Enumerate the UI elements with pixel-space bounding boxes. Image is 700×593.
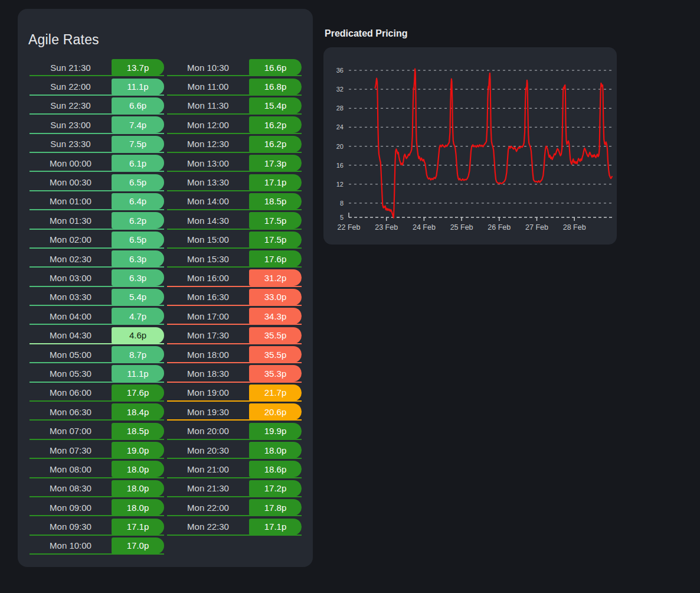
y-axis-label-32: 32 xyxy=(336,86,344,93)
rate-time-label: Mon 11:00 xyxy=(167,82,249,92)
rate-row: Mon 18:0035.5p xyxy=(167,345,302,364)
rate-time-label: Mon 08:00 xyxy=(30,464,112,474)
rate-price-pill: 4.6p xyxy=(112,327,164,344)
rate-time-label: Mon 03:30 xyxy=(30,292,112,302)
rate-time-label: Mon 15:00 xyxy=(167,234,249,245)
rate-row: Mon 05:3011.1p xyxy=(30,364,164,383)
rate-price-pill: 7.5p xyxy=(112,136,164,152)
rate-row: Mon 20:0019.9p xyxy=(167,421,302,440)
rate-time-label: Sun 23:00 xyxy=(30,120,112,130)
rate-row: Mon 00:006.1p xyxy=(30,154,164,172)
rate-time-label: Sun 23:30 xyxy=(30,139,112,149)
rate-time-label: Sun 22:30 xyxy=(30,100,112,110)
rate-price-pill: 11.1p xyxy=(112,79,164,95)
rate-price-pill: 17.1p xyxy=(249,174,302,191)
rate-time-label: Mon 03:00 xyxy=(30,273,112,283)
rate-price-pill: 17.6p xyxy=(112,385,164,401)
x-axis-label-25 Feb: 25 Feb xyxy=(450,223,473,232)
rate-row: Mon 13:0017.3p xyxy=(167,154,302,172)
rate-price-pill: 6.5p xyxy=(112,232,164,248)
rate-row: Mon 20:3018.0p xyxy=(167,441,302,460)
rate-price-pill: 17.5p xyxy=(249,232,302,248)
rate-row: Mon 09:0018.0p xyxy=(30,498,164,517)
rate-time-label: Mon 10:30 xyxy=(167,63,249,73)
rate-time-label: Mon 05:00 xyxy=(30,350,112,360)
rate-time-label: Mon 00:00 xyxy=(30,158,112,168)
rate-time-label: Mon 22:30 xyxy=(167,522,249,532)
rate-time-label: Sun 22:00 xyxy=(30,82,112,92)
rate-row: Mon 11:3015.4p xyxy=(167,96,302,115)
rate-row: Mon 16:3033.0p xyxy=(167,288,302,307)
rate-time-label: Mon 04:30 xyxy=(30,330,112,340)
rate-row: Mon 08:3018.0p xyxy=(30,479,164,498)
rate-row: Mon 19:3020.6p xyxy=(167,402,302,421)
rate-time-label: Mon 14:00 xyxy=(167,196,249,206)
rate-row: Mon 13:3017.1p xyxy=(167,172,302,191)
rate-price-pill: 18.5p xyxy=(112,423,164,439)
rate-price-pill: 18.6p xyxy=(249,461,302,477)
rate-time-label: Mon 06:00 xyxy=(30,387,112,397)
rate-price-pill: 18.0p xyxy=(112,461,164,477)
rate-price-pill: 17.3p xyxy=(249,155,302,171)
rate-time-label: Mon 07:00 xyxy=(30,426,112,436)
rate-price-pill: 7.4p xyxy=(112,116,164,133)
rate-time-label: Mon 10:00 xyxy=(30,540,112,550)
y-axis-label-20: 20 xyxy=(336,143,344,150)
rate-time-label: Sun 21:30 xyxy=(30,63,112,73)
rate-time-label: Mon 08:30 xyxy=(30,483,112,493)
rate-price-pill: 31.2p xyxy=(249,269,302,286)
agile-rates-panel: Agile Rates Sun 21:3013.7pSun 22:0011.1p… xyxy=(18,9,313,567)
rate-time-label: Mon 13:30 xyxy=(167,177,249,187)
rate-row: Mon 04:304.6p xyxy=(30,325,164,344)
rate-time-label: Mon 02:00 xyxy=(30,234,112,245)
rate-price-pill: 16.8p xyxy=(249,79,302,95)
x-axis-label-23 Feb: 23 Feb xyxy=(375,223,398,232)
rate-price-pill: 6.3p xyxy=(112,250,164,267)
rate-time-label: Mon 12:30 xyxy=(167,139,249,149)
rate-time-label: Mon 04:00 xyxy=(30,311,112,321)
rate-time-label: Mon 02:30 xyxy=(30,254,112,264)
rate-row: Mon 07:0018.5p xyxy=(30,421,164,440)
predicated-pricing-panel: 581216202428323622 Feb23 Feb24 Feb25 Feb… xyxy=(323,47,617,245)
rate-time-label: Mon 17:00 xyxy=(167,311,249,321)
rate-row: Mon 15:3017.6p xyxy=(167,249,302,268)
rate-price-pill: 5.4p xyxy=(112,289,164,305)
rate-row: Mon 14:3017.5p xyxy=(167,211,302,230)
rate-row: Mon 03:006.3p xyxy=(30,268,164,287)
rate-price-pill: 4.7p xyxy=(112,308,164,324)
rate-time-label: Mon 17:30 xyxy=(167,330,249,340)
rate-price-pill: 15.4p xyxy=(249,97,302,114)
rate-price-pill: 18.5p xyxy=(249,193,302,210)
rate-row: Mon 10:0017.0p xyxy=(30,536,164,555)
energy-dashboard: Agile Rates Sun 21:3013.7pSun 22:0011.1p… xyxy=(0,0,700,593)
rate-row: Mon 02:006.5p xyxy=(30,230,164,249)
rate-time-label: Mon 09:00 xyxy=(30,503,112,513)
rate-row: Sun 22:0011.1p xyxy=(30,77,164,96)
rate-price-pill: 17.6p xyxy=(249,250,302,267)
rate-row: Sun 23:307.5p xyxy=(30,135,164,154)
rate-time-label: Mon 20:30 xyxy=(167,445,249,455)
y-axis-label-8: 8 xyxy=(340,200,344,207)
rate-row: Mon 10:3016.6p xyxy=(167,58,302,77)
rate-row: Mon 00:306.5p xyxy=(30,172,164,191)
rate-time-label: Mon 21:00 xyxy=(167,464,249,474)
rate-price-pill: 18.4p xyxy=(112,403,164,420)
y-axis-label-24: 24 xyxy=(336,123,344,131)
rate-price-pill: 17.5p xyxy=(249,212,302,229)
rate-row: Mon 05:008.7p xyxy=(30,345,164,364)
rate-price-pill: 17.0p xyxy=(112,537,164,554)
rate-time-label: Mon 19:00 xyxy=(167,387,249,397)
rate-time-label: Mon 16:30 xyxy=(167,292,249,302)
rate-price-pill: 11.1p xyxy=(112,365,164,382)
rate-price-pill: 16.2p xyxy=(249,136,302,152)
rate-row: Mon 07:3019.0p xyxy=(30,441,164,460)
rate-price-pill: 20.6p xyxy=(249,403,302,420)
rate-row: Sun 21:3013.7p xyxy=(30,58,164,77)
rate-price-pill: 35.5p xyxy=(249,327,302,344)
rate-row: Mon 15:0017.5p xyxy=(167,230,302,249)
rate-row: Mon 01:006.4p xyxy=(30,192,164,211)
rate-row: Mon 12:0016.2p xyxy=(167,115,302,134)
rate-time-label: Mon 21:30 xyxy=(167,483,249,493)
rate-time-label: Mon 05:30 xyxy=(30,369,112,379)
rate-price-pill: 6.1p xyxy=(112,155,164,171)
